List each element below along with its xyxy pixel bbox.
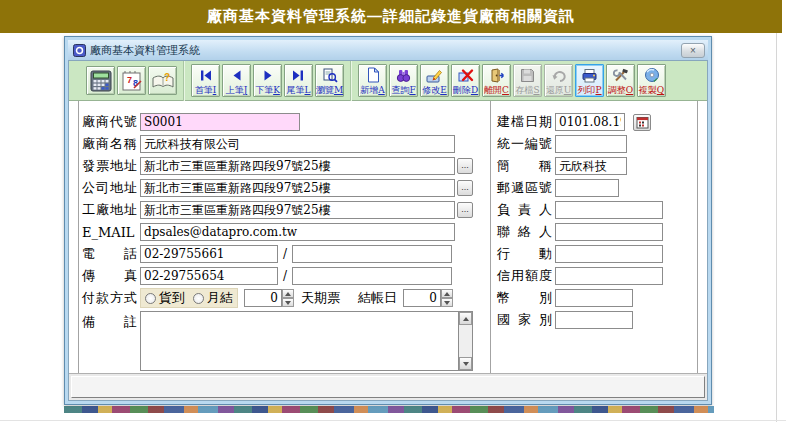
phone-ext-input[interactable] [292, 245, 452, 263]
spinner-down-button[interactable] [282, 298, 294, 307]
binoculars-icon [395, 67, 412, 83]
notes-field [140, 311, 473, 371]
owner-input[interactable] [555, 201, 663, 219]
invoice-address-input[interactable] [140, 157, 455, 175]
tax-id-input[interactable] [555, 135, 627, 153]
field-row-vendor-name: 廠商名稱 [82, 133, 487, 155]
scroll-down-button[interactable] [459, 357, 472, 370]
form-area: 廠商代號 廠商名稱 發票地址 ... 公司地址 ... [78, 101, 698, 373]
date-picker-button[interactable] [633, 114, 651, 131]
previous-record-button[interactable]: 上筆J [222, 64, 251, 97]
vendor-code-input[interactable] [140, 113, 300, 131]
adjust-button[interactable]: 調整O [606, 64, 635, 97]
scroll-up-button[interactable] [459, 312, 472, 325]
payment-options-box: 貨到 月結 [140, 288, 238, 308]
copy-button[interactable]: 複製Q [637, 64, 666, 97]
credit-limit-input[interactable] [555, 267, 663, 285]
query-button[interactable]: 查詢F [389, 64, 418, 97]
column-divider [490, 101, 491, 373]
field-row-owner: 負責人 [497, 199, 692, 221]
print-button[interactable]: 列印P [575, 64, 604, 97]
first-record-button[interactable]: 首筆I [191, 64, 220, 97]
up-arrow-icon [285, 292, 291, 296]
button-label: 下筆K [255, 85, 280, 95]
currency-input[interactable] [555, 289, 633, 307]
payment-radio-cod[interactable]: 貨到 [145, 289, 185, 307]
up-arrow-icon [444, 292, 450, 296]
button-label: 還原U [546, 85, 572, 95]
spinner-up-button[interactable] [282, 289, 294, 298]
fax-input[interactable] [140, 267, 278, 285]
short-name-input[interactable] [555, 157, 627, 175]
printer-icon [581, 67, 598, 83]
country-label: 國家別 [497, 311, 555, 329]
phone-input[interactable] [140, 245, 278, 263]
exit-door-icon [489, 67, 505, 83]
undo-arrow-icon [551, 67, 567, 83]
down-arrow-icon [285, 301, 291, 305]
next-record-button[interactable]: 下筆K [253, 64, 282, 97]
svg-text:?: ? [163, 72, 169, 83]
copy-disc-icon [644, 67, 660, 83]
radio-icon [193, 293, 204, 304]
notes-scrollbar[interactable] [458, 311, 473, 371]
down-arrow-icon [444, 301, 450, 305]
down-arrow-icon [463, 362, 469, 366]
spinner-up-button[interactable] [441, 289, 453, 298]
factory-address-input[interactable] [140, 201, 455, 219]
zip-code-input[interactable] [555, 179, 619, 197]
last-record-button[interactable]: 尾筆L [284, 64, 313, 97]
created-date-label: 建檔日期 [497, 113, 555, 131]
spinner-down-button[interactable] [441, 298, 453, 307]
delete-button[interactable]: 刪除D [451, 64, 480, 97]
calendar-icon: 7 8 [121, 70, 143, 92]
button-label: 刪除D [453, 85, 478, 95]
close-button[interactable]: × [681, 43, 705, 58]
payment-days-spinner: 0 [244, 289, 294, 307]
button-label: 存檔S [515, 85, 539, 95]
invoice-address-label: 發票地址 [82, 157, 140, 175]
button-label: 查詢F [391, 85, 415, 95]
factory-address-browse-button[interactable]: ... [457, 202, 473, 218]
email-input[interactable] [140, 223, 455, 241]
delete-x-icon [457, 67, 474, 83]
window-titlebar[interactable]: 廠商基本資料管理系統 × [68, 40, 708, 60]
closing-day-value[interactable]: 0 [403, 289, 441, 307]
phone-separator: / [278, 247, 292, 261]
modify-button[interactable]: 修改E [420, 64, 449, 97]
company-address-browse-button[interactable]: ... [457, 180, 473, 196]
help-button[interactable]: ? [148, 66, 177, 95]
toolbar-group-tools: 7 8 ? [80, 61, 183, 101]
vendor-name-input[interactable] [140, 135, 455, 153]
notes-textarea[interactable] [140, 311, 458, 371]
page-banner: 廠商基本資料管理系統—詳細記錄進貨廠商相關資訊 [0, 0, 782, 33]
mobile-label: 行動 [497, 245, 555, 263]
field-row-mobile: 行動 [497, 243, 692, 265]
undo-button: 還原U [544, 64, 573, 97]
exit-button[interactable]: 離開C [482, 64, 511, 97]
contact-input[interactable] [555, 223, 663, 241]
company-address-input[interactable] [140, 179, 455, 197]
save-button: 存檔S [513, 64, 542, 97]
created-date-input[interactable] [555, 113, 625, 131]
payment-days-value[interactable]: 0 [244, 289, 282, 307]
add-record-button[interactable]: 新增A [358, 64, 387, 97]
field-row-email: E_MAIL [82, 221, 487, 243]
button-label: 瀏覽M [316, 85, 343, 95]
currency-label: 幣別 [497, 289, 555, 307]
previous-record-icon [229, 67, 244, 83]
calculator-button[interactable] [86, 66, 115, 95]
save-floppy-icon [520, 67, 535, 83]
browse-records-button[interactable]: 瀏覽M [315, 64, 344, 97]
fax-ext-input[interactable] [292, 267, 452, 285]
invoice-address-browse-button[interactable]: ... [457, 158, 473, 174]
country-input[interactable] [555, 311, 633, 329]
payment-monthly-label: 月結 [207, 289, 233, 307]
toolbar: 7 8 ? [69, 61, 707, 101]
payment-radio-monthly[interactable]: 月結 [193, 289, 233, 307]
page-title: 廠商基本資料管理系統—詳細記錄進貨廠商相關資訊 [207, 7, 575, 26]
field-row-credit-limit: 信用額度 [497, 265, 692, 287]
payment-cod-label: 貨到 [159, 289, 185, 307]
calendar-button[interactable]: 7 8 [117, 66, 146, 95]
mobile-input[interactable] [555, 245, 663, 263]
